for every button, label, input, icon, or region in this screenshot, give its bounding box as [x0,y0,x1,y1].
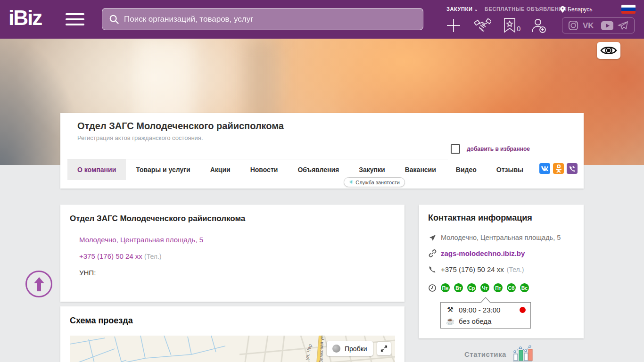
day-badge-sat[interactable]: Сб [507,283,516,292]
day-badge-mon[interactable]: Пн [441,283,450,292]
ok-share-icon [556,165,561,173]
search-icon [109,14,119,25]
arrow-up-icon [33,277,45,291]
navigation-arrow-icon [429,234,436,241]
company-subtitle: Регистрация актов гражданского состояния… [77,134,203,141]
lunch-row: ☕ без обеда [441,315,530,327]
hamburger-menu-icon[interactable] [66,13,84,26]
street-label-2: Замковая ул. [318,336,324,362]
day-badge-thu[interactable]: Чт [480,283,489,292]
contact-card-title: Контактная информация [428,213,532,223]
day-badge-tue[interactable]: Вт [454,283,463,292]
eye-icon [600,44,617,57]
tab-promos[interactable]: Акции [200,159,240,180]
expand-arrows-icon [380,345,388,352]
info-phone-link[interactable]: +375 (176) 50 24 xx (Тел.) [79,252,162,260]
map-card-title: Схема проезда [70,316,133,326]
add-plus-icon[interactable] [446,18,461,33]
odnoklassniki-share-button[interactable] [553,163,564,174]
working-days-row: Пн Вт Ср Чт Пт Сб Вс [428,283,529,292]
info-card-title: Отдел ЗАГС Молодеченского райисполкома [70,214,245,223]
viber-share-icon [569,165,576,172]
tab-news[interactable]: Новости [240,159,288,180]
vk-icon[interactable]: VK [583,21,597,30]
contact-phone-row: +375 (176) 50 24 xx (Тел.) [428,265,524,273]
nav-location[interactable]: Беларусь [560,6,592,13]
vk-share-button[interactable] [539,163,550,174]
add-to-favorites[interactable]: добавить в избранное [451,144,530,154]
employment-service-badge[interactable]: ✳ Служба занятости [344,177,405,187]
schedule-tooltip: ⚒ 09:00 - 23:00 ☕ без обеда [440,302,531,329]
day-badge-fri[interactable]: Пт [494,283,503,292]
nav-free-ads[interactable]: БЕСПЛАТНЫЕ ОБЪЯВЛЕНИЯ [485,6,567,12]
ibiz-logo[interactable]: iBiz [8,6,41,30]
weekday-badges: Пн Вт Ср Чт Пт Сб Вс [441,283,529,292]
unp-label: УНП: [79,269,96,277]
phone-icon [429,266,436,273]
tab-ads[interactable]: Объявления [288,159,349,180]
scroll-to-top-button[interactable] [25,271,52,297]
directions-map-card: Схема проезда ул. Чер [60,306,405,362]
russia-flag-icon[interactable] [621,5,636,14]
company-title: Отдел ЗАГС Молодеченского райисполкома [77,121,284,132]
map-fullscreen-button[interactable] [377,342,391,355]
link-icon [429,249,437,257]
share-buttons [539,163,578,174]
company-tabs: О компании Товары и услуги Акции Новости… [67,159,533,180]
phone-type-label: (Тел.) [507,266,524,273]
tab-products[interactable]: Товары и услуги [126,159,200,180]
svg-text:VK: VK [583,21,594,30]
closed-status-dot [520,307,526,313]
favorite-label: добавить в избранное [467,146,530,152]
company-header-card: Отдел ЗАГС Молодеченского райисполкома Р… [60,113,584,189]
tab-reviews[interactable]: Отзывы [487,159,533,180]
day-badge-wed[interactable]: Ср [467,283,476,292]
person-add-icon[interactable] [531,18,546,33]
vk-share-icon [541,166,548,171]
instagram-icon[interactable] [568,20,578,31]
header-social-links: VK [562,17,635,33]
working-hours-row: ⚒ 09:00 - 23:00 [441,303,530,315]
clock-icon [429,284,436,292]
contact-info-card: Контактная информация Молодечно, Централ… [419,205,584,338]
work-tools-icon: ⚒ [446,305,455,314]
coffee-cup-icon: ☕ [446,317,455,325]
visually-impaired-version-button[interactable] [597,42,620,59]
day-badge-sun[interactable]: Вс [520,283,529,292]
top-header: iBiz ЗАКУПКИ ⌄ БЕСПЛАТНЫЕ ОБЪЯВЛЕНИЯ Бел… [0,0,644,39]
info-address-link[interactable]: Молодечно, Центральная площадь, 5 [79,236,203,244]
favorites-count: 0 [517,25,520,33]
tab-video[interactable]: Видео [446,159,487,180]
search-bar [102,8,423,30]
contact-address-row: Молодечно, Центральная площадь, 5 [428,234,561,241]
statistics-chart-icon [512,346,533,362]
favorite-checkbox[interactable] [451,144,460,154]
statistics-link[interactable]: Статистика [464,346,533,362]
phone-type-label: (Тел.) [144,253,161,260]
location-pin-icon [560,6,565,13]
company-info-card: Отдел ЗАГС Молодеченского райисполкома М… [60,205,405,302]
traffic-light-icon [332,345,340,353]
website-link[interactable]: zags-molodechno.ibiz.by [441,249,525,257]
viber-share-button[interactable] [567,163,578,174]
yandex-map[interactable]: ул. Чер Замковая ул. Пробки [70,336,395,362]
search-input[interactable] [124,15,416,24]
tab-about[interactable]: О компании [67,159,126,180]
asterisk-icon: ✳ [349,179,353,185]
traffic-toggle-button[interactable]: Пробки [327,341,373,356]
youtube-icon[interactable] [601,21,613,30]
bookmark-star-icon[interactable] [504,18,516,33]
tab-vacancies[interactable]: Вакансии [395,159,446,180]
handshake-icon[interactable] [474,18,491,33]
contact-website-row: zags-molodechno.ibiz.by [428,249,525,257]
telegram-icon[interactable] [618,21,628,30]
nav-zakupki[interactable]: ЗАКУПКИ ⌄ [446,6,478,12]
